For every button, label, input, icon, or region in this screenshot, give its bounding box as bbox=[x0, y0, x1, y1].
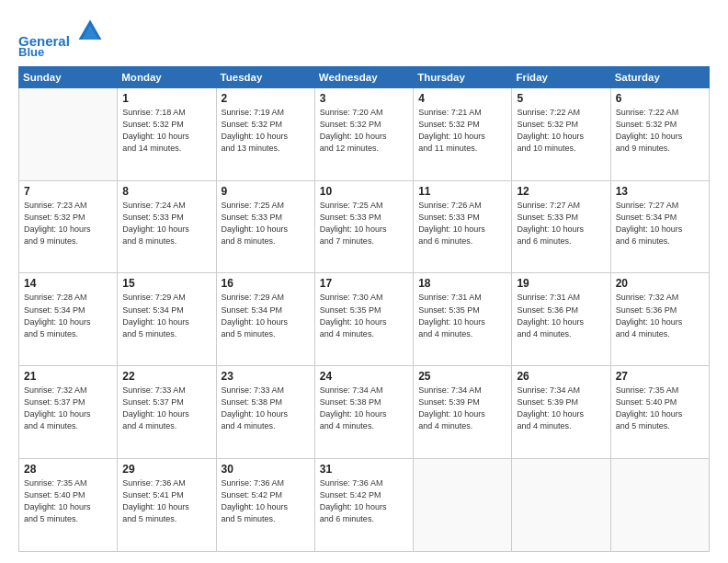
logo: General Blue bbox=[18, 17, 105, 59]
day-number: 2 bbox=[222, 92, 310, 105]
weekday-header-monday: Monday bbox=[118, 66, 216, 87]
day-info: Sunrise: 7:22 AMSunset: 5:32 PMDaylight:… bbox=[517, 107, 605, 155]
day-info: Sunrise: 7:34 AMSunset: 5:39 PMDaylight:… bbox=[517, 385, 605, 432]
day-number: 10 bbox=[320, 185, 408, 198]
calendar-cell: 21Sunrise: 7:32 AMSunset: 5:37 PMDayligh… bbox=[19, 366, 118, 459]
day-info: Sunrise: 7:28 AMSunset: 5:34 PMDaylight:… bbox=[24, 292, 112, 339]
logo-icon bbox=[75, 17, 105, 46]
day-number: 26 bbox=[517, 370, 605, 383]
day-number: 13 bbox=[616, 185, 704, 198]
day-info: Sunrise: 7:25 AMSunset: 5:33 PMDaylight:… bbox=[320, 200, 408, 247]
calendar-cell: 22Sunrise: 7:33 AMSunset: 5:37 PMDayligh… bbox=[118, 366, 216, 459]
calendar-week-row: 28Sunrise: 7:35 AMSunset: 5:40 PMDayligh… bbox=[19, 459, 710, 552]
day-number: 25 bbox=[418, 370, 506, 383]
calendar-header-row: SundayMondayTuesdayWednesdayThursdayFrid… bbox=[19, 66, 710, 87]
calendar-week-row: 21Sunrise: 7:32 AMSunset: 5:37 PMDayligh… bbox=[19, 366, 710, 459]
day-number: 31 bbox=[320, 463, 408, 476]
day-info: Sunrise: 7:22 AMSunset: 5:32 PMDaylight:… bbox=[616, 107, 704, 155]
calendar-cell: 8Sunrise: 7:24 AMSunset: 5:33 PMDaylight… bbox=[118, 180, 216, 273]
day-number: 15 bbox=[122, 277, 210, 290]
calendar-cell: 3Sunrise: 7:20 AMSunset: 5:32 PMDaylight… bbox=[314, 87, 413, 180]
day-number: 11 bbox=[418, 185, 506, 198]
calendar-cell: 1Sunrise: 7:18 AMSunset: 5:32 PMDaylight… bbox=[118, 87, 216, 180]
day-info: Sunrise: 7:32 AMSunset: 5:37 PMDaylight:… bbox=[24, 385, 112, 432]
day-number: 30 bbox=[222, 463, 310, 476]
day-number: 12 bbox=[517, 185, 605, 198]
calendar-cell: 12Sunrise: 7:27 AMSunset: 5:33 PMDayligh… bbox=[512, 180, 610, 273]
calendar-cell bbox=[512, 459, 610, 552]
calendar-cell: 18Sunrise: 7:31 AMSunset: 5:35 PMDayligh… bbox=[414, 273, 512, 366]
calendar-cell: 31Sunrise: 7:36 AMSunset: 5:42 PMDayligh… bbox=[314, 459, 413, 552]
day-number: 20 bbox=[616, 277, 704, 290]
day-number: 3 bbox=[320, 92, 408, 105]
day-info: Sunrise: 7:20 AMSunset: 5:32 PMDaylight:… bbox=[320, 107, 408, 155]
day-info: Sunrise: 7:30 AMSunset: 5:35 PMDaylight:… bbox=[320, 292, 408, 339]
day-number: 29 bbox=[122, 463, 210, 476]
calendar-cell: 7Sunrise: 7:23 AMSunset: 5:32 PMDaylight… bbox=[19, 180, 118, 273]
calendar: SundayMondayTuesdayWednesdayThursdayFrid… bbox=[18, 66, 710, 552]
day-info: Sunrise: 7:27 AMSunset: 5:34 PMDaylight:… bbox=[616, 200, 704, 247]
weekday-header-thursday: Thursday bbox=[414, 66, 512, 87]
calendar-cell: 11Sunrise: 7:26 AMSunset: 5:33 PMDayligh… bbox=[414, 180, 512, 273]
day-info: Sunrise: 7:36 AMSunset: 5:41 PMDaylight:… bbox=[122, 477, 210, 525]
weekday-header-friday: Friday bbox=[512, 66, 610, 87]
day-number: 28 bbox=[24, 463, 112, 476]
day-info: Sunrise: 7:25 AMSunset: 5:33 PMDaylight:… bbox=[222, 200, 310, 247]
calendar-cell: 9Sunrise: 7:25 AMSunset: 5:33 PMDaylight… bbox=[216, 180, 314, 273]
calendar-cell: 25Sunrise: 7:34 AMSunset: 5:39 PMDayligh… bbox=[414, 366, 512, 459]
day-info: Sunrise: 7:18 AMSunset: 5:32 PMDaylight:… bbox=[122, 107, 210, 155]
day-info: Sunrise: 7:34 AMSunset: 5:38 PMDaylight:… bbox=[320, 385, 408, 432]
page: General Blue SundayMondayTuesdayWednesda… bbox=[0, 0, 728, 563]
day-info: Sunrise: 7:33 AMSunset: 5:38 PMDaylight:… bbox=[222, 385, 310, 432]
day-number: 17 bbox=[320, 277, 408, 290]
calendar-cell: 27Sunrise: 7:35 AMSunset: 5:40 PMDayligh… bbox=[610, 366, 709, 459]
calendar-cell: 26Sunrise: 7:34 AMSunset: 5:39 PMDayligh… bbox=[512, 366, 610, 459]
calendar-week-row: 1Sunrise: 7:18 AMSunset: 5:32 PMDaylight… bbox=[19, 87, 710, 180]
calendar-cell: 2Sunrise: 7:19 AMSunset: 5:32 PMDaylight… bbox=[216, 87, 314, 180]
weekday-header-saturday: Saturday bbox=[610, 66, 709, 87]
day-number: 19 bbox=[517, 277, 605, 290]
day-info: Sunrise: 7:31 AMSunset: 5:36 PMDaylight:… bbox=[517, 292, 605, 339]
calendar-cell: 29Sunrise: 7:36 AMSunset: 5:41 PMDayligh… bbox=[118, 459, 216, 552]
day-info: Sunrise: 7:35 AMSunset: 5:40 PMDaylight:… bbox=[616, 385, 704, 432]
day-number: 1 bbox=[122, 92, 210, 105]
calendar-cell: 20Sunrise: 7:32 AMSunset: 5:36 PMDayligh… bbox=[610, 273, 709, 366]
day-number: 7 bbox=[24, 185, 112, 198]
calendar-cell: 17Sunrise: 7:30 AMSunset: 5:35 PMDayligh… bbox=[314, 273, 413, 366]
day-info: Sunrise: 7:32 AMSunset: 5:36 PMDaylight:… bbox=[616, 292, 704, 339]
day-info: Sunrise: 7:21 AMSunset: 5:32 PMDaylight:… bbox=[418, 107, 506, 155]
day-info: Sunrise: 7:36 AMSunset: 5:42 PMDaylight:… bbox=[222, 477, 310, 525]
calendar-cell: 16Sunrise: 7:29 AMSunset: 5:34 PMDayligh… bbox=[216, 273, 314, 366]
day-number: 6 bbox=[616, 92, 704, 105]
day-info: Sunrise: 7:36 AMSunset: 5:42 PMDaylight:… bbox=[320, 477, 408, 525]
day-number: 8 bbox=[122, 185, 210, 198]
calendar-cell bbox=[19, 87, 118, 180]
day-number: 23 bbox=[222, 370, 310, 383]
day-info: Sunrise: 7:29 AMSunset: 5:34 PMDaylight:… bbox=[122, 292, 210, 339]
weekday-header-sunday: Sunday bbox=[19, 66, 118, 87]
calendar-cell: 5Sunrise: 7:22 AMSunset: 5:32 PMDaylight… bbox=[512, 87, 610, 180]
calendar-cell: 14Sunrise: 7:28 AMSunset: 5:34 PMDayligh… bbox=[19, 273, 118, 366]
day-number: 24 bbox=[320, 370, 408, 383]
day-number: 18 bbox=[418, 277, 506, 290]
day-number: 9 bbox=[222, 185, 310, 198]
calendar-cell: 6Sunrise: 7:22 AMSunset: 5:32 PMDaylight… bbox=[610, 87, 709, 180]
calendar-cell: 15Sunrise: 7:29 AMSunset: 5:34 PMDayligh… bbox=[118, 273, 216, 366]
day-number: 22 bbox=[122, 370, 210, 383]
calendar-week-row: 14Sunrise: 7:28 AMSunset: 5:34 PMDayligh… bbox=[19, 273, 710, 366]
day-number: 27 bbox=[616, 370, 704, 383]
calendar-week-row: 7Sunrise: 7:23 AMSunset: 5:32 PMDaylight… bbox=[19, 180, 710, 273]
day-number: 16 bbox=[222, 277, 310, 290]
calendar-cell: 24Sunrise: 7:34 AMSunset: 5:38 PMDayligh… bbox=[314, 366, 413, 459]
day-info: Sunrise: 7:23 AMSunset: 5:32 PMDaylight:… bbox=[24, 200, 112, 247]
weekday-header-tuesday: Tuesday bbox=[216, 66, 314, 87]
calendar-cell bbox=[610, 459, 709, 552]
day-info: Sunrise: 7:24 AMSunset: 5:33 PMDaylight:… bbox=[122, 200, 210, 247]
calendar-cell bbox=[414, 459, 512, 552]
day-info: Sunrise: 7:31 AMSunset: 5:35 PMDaylight:… bbox=[418, 292, 506, 339]
calendar-cell: 19Sunrise: 7:31 AMSunset: 5:36 PMDayligh… bbox=[512, 273, 610, 366]
day-info: Sunrise: 7:27 AMSunset: 5:33 PMDaylight:… bbox=[517, 200, 605, 247]
header: General Blue bbox=[18, 17, 710, 59]
weekday-header-wednesday: Wednesday bbox=[314, 66, 413, 87]
calendar-cell: 10Sunrise: 7:25 AMSunset: 5:33 PMDayligh… bbox=[314, 180, 413, 273]
